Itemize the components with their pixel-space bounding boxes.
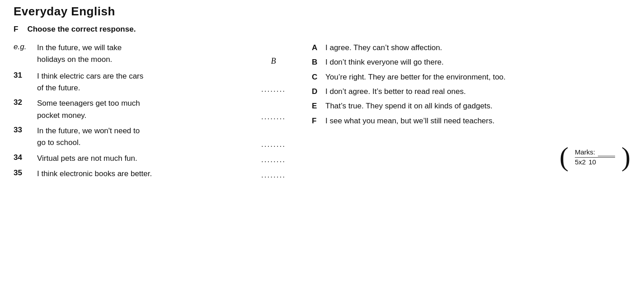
close-bracket: ) [621, 143, 630, 170]
question-31: 31 I think electric cars are the cars of… [14, 70, 294, 94]
marks-total: 10 [588, 158, 596, 166]
marks-top-row: Marks: [575, 148, 615, 156]
question-33: 33 In the future, we won't need to go to… [14, 125, 294, 149]
marks-box: ( Marks: 5x2 10 ) [312, 136, 630, 170]
open-bracket: ( [559, 143, 569, 170]
main-content: e.g. In the future, we will take holiday… [14, 42, 630, 183]
resp-label-d: D [312, 86, 325, 98]
resp-text-a: I agree. They can’t show affection. [325, 42, 630, 54]
q-answer-eg: B [253, 56, 294, 66]
q-num-34: 34 [14, 153, 37, 164]
resp-text-d: I don’t agree. It’s better to read real … [325, 86, 630, 98]
response-e: E That’s true. They spend it on all kind… [312, 100, 630, 112]
resp-text-f: I see what you mean, but we’ll still nee… [325, 115, 630, 127]
question-eg: e.g. In the future, we will take holiday… [14, 42, 294, 66]
response-b: B I don’t think everyone will go there. [312, 56, 630, 68]
resp-text-e: That’s true. They spend it on all kinds … [325, 100, 630, 112]
marks-multiplier: 5x2 [575, 158, 586, 166]
q-answer-33: ........ [253, 140, 294, 149]
marks-bottom-row: 5x2 10 [575, 157, 615, 166]
instruction-label: F [14, 25, 18, 34]
q-num-35: 35 [14, 168, 37, 180]
resp-text-c: You’re right. They are better for the en… [325, 71, 630, 83]
response-f: F I see what you mean, but we’ll still n… [312, 115, 630, 127]
q-answer-31: ........ [253, 85, 294, 94]
resp-label-e: E [312, 100, 325, 112]
q-text-33: In the future, we won't need to go to sc… [37, 125, 294, 149]
response-c: C You’re right. They are better for the … [312, 71, 630, 83]
resp-label-f: F [312, 115, 325, 127]
marks-bracket: ( Marks: 5x2 10 ) [559, 143, 630, 170]
resp-label-a: A [312, 42, 325, 54]
q-text-35: I think electronic books are better. ...… [37, 168, 294, 180]
q-num-31: 31 [14, 70, 37, 94]
q-text-eg: In the future, we will take holidays on … [37, 42, 294, 66]
questions-column: e.g. In the future, we will take holiday… [14, 42, 294, 183]
q-text-34: Virtual pets are not much fun. ........ [37, 153, 294, 164]
marks-value [598, 148, 615, 156]
resp-text-b: I don’t think everyone will go there. [325, 56, 630, 68]
marks-content: Marks: 5x2 10 [569, 148, 620, 166]
q-num-33: 33 [14, 125, 37, 149]
q-answer-35: ........ [253, 171, 294, 180]
q-text-31: I think electric cars are the cars of th… [37, 70, 294, 94]
q-text-eg-line2: holidays on the moon. [37, 54, 253, 65]
question-35: 35 I think electronic books are better. … [14, 168, 294, 180]
resp-label-c: C [312, 71, 325, 83]
resp-label-b: B [312, 56, 325, 68]
question-34: 34 Virtual pets are not much fun. ......… [14, 153, 294, 164]
section-instruction: F Choose the correct response. [14, 25, 630, 34]
q-num-32: 32 [14, 98, 37, 121]
q-text-32: Some teenagers get too much pocket money… [37, 98, 294, 121]
question-32: 32 Some teenagers get too much pocket mo… [14, 98, 294, 121]
q-answer-34: ........ [253, 155, 294, 164]
responses-column: A I agree. They can’t show affection. B … [294, 42, 630, 183]
response-d: D I don’t agree. It’s better to read rea… [312, 86, 630, 98]
response-a: A I agree. They can’t show affection. [312, 42, 630, 54]
instruction-text: Choose the correct response. [27, 25, 136, 34]
page-title: Everyday English [14, 5, 630, 19]
q-answer-32: ........ [253, 112, 294, 121]
q-num-eg: e.g. [14, 42, 37, 66]
marks-label: Marks: [575, 148, 595, 156]
